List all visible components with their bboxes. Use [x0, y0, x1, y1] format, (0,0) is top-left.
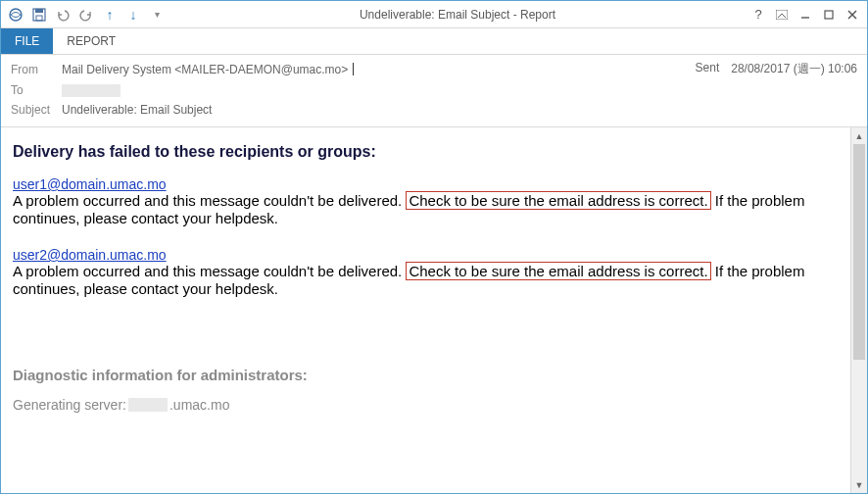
- generating-server-redacted: [128, 398, 168, 412]
- ribbon-display-options-icon[interactable]: [771, 5, 793, 25]
- recipient-email-link[interactable]: user1@domain.umac.mo: [13, 176, 167, 192]
- titlebar: ↑ ↓ ▾ Undeliverable: Email Subject - Rep…: [1, 1, 867, 28]
- previous-item-icon[interactable]: ↑: [101, 6, 119, 24]
- maximize-button[interactable]: [818, 5, 840, 25]
- recipient-email-link[interactable]: user2@domain.umac.mo: [13, 247, 167, 263]
- tab-report[interactable]: REPORT: [53, 28, 129, 54]
- svg-point-0: [10, 9, 22, 21]
- generating-server-line: Generating server: .umac.mo: [13, 397, 839, 413]
- scrollbar-thumb[interactable]: [853, 144, 865, 360]
- svg-rect-4: [776, 10, 788, 20]
- close-button[interactable]: [842, 5, 863, 25]
- message-headers: From Mail Delivery System <MAILER-DAEMON…: [1, 55, 867, 126]
- recipient-block: user2@domain.umac.mo A problem occurred …: [13, 247, 839, 298]
- qat-customize-icon[interactable]: ▾: [148, 6, 166, 24]
- app-icon: [7, 6, 24, 24]
- window-controls: ?: [744, 5, 867, 25]
- header-row-from: From Mail Delivery System <MAILER-DAEMON…: [11, 61, 857, 77]
- ribbon-tabs: FILE REPORT: [1, 28, 867, 55]
- error-paragraph: A problem occurred and this message coul…: [13, 192, 839, 227]
- recipient-block: user1@domain.umac.mo A problem occurred …: [13, 176, 839, 227]
- redo-icon[interactable]: [77, 6, 95, 24]
- quick-access-toolbar: ↑ ↓ ▾: [1, 6, 171, 24]
- minimize-button[interactable]: [795, 5, 816, 25]
- sent-label: Sent: [696, 61, 720, 77]
- window-title: Undeliverable: Email Subject - Report: [171, 8, 744, 22]
- svg-rect-2: [35, 9, 43, 13]
- subject-label: Subject: [11, 103, 58, 117]
- sent-block: Sent 28/08/2017 (週一) 10:06: [696, 61, 857, 77]
- scrollbar-track[interactable]: [851, 144, 867, 476]
- help-icon[interactable]: ?: [747, 5, 769, 25]
- from-label: From: [11, 63, 58, 76]
- generating-server-label: Generating server:: [13, 397, 126, 413]
- next-item-icon[interactable]: ↓: [124, 6, 142, 24]
- scroll-up-icon[interactable]: ▲: [851, 127, 867, 144]
- diagnostic-heading: Diagnostic information for administrator…: [13, 367, 839, 383]
- svg-rect-6: [825, 11, 833, 19]
- highlighted-instruction: Check to be sure the email address is co…: [406, 262, 710, 280]
- vertical-scrollbar[interactable]: ▲ ▼: [850, 127, 867, 493]
- header-row-subject: Subject Undeliverable: Email Subject: [11, 103, 857, 117]
- outlook-message-window: ↑ ↓ ▾ Undeliverable: Email Subject - Rep…: [0, 0, 868, 494]
- undo-icon[interactable]: [54, 6, 72, 24]
- highlighted-instruction: Check to be sure the email address is co…: [406, 191, 710, 210]
- scroll-down-icon[interactable]: ▼: [851, 476, 867, 493]
- error-text-before: A problem occurred and this message coul…: [13, 263, 406, 279]
- generating-server-suffix: .umac.mo: [169, 397, 229, 413]
- subject-value: Undeliverable: Email Subject: [62, 103, 212, 117]
- tab-file[interactable]: FILE: [1, 28, 53, 54]
- error-paragraph: A problem occurred and this message coul…: [13, 263, 839, 298]
- text-cursor: [353, 63, 354, 75]
- to-label: To: [11, 83, 58, 97]
- message-body-area: Delivery has failed to these recipients …: [1, 126, 867, 493]
- delivery-failed-heading: Delivery has failed to these recipients …: [13, 143, 839, 161]
- save-icon[interactable]: [30, 6, 48, 24]
- svg-rect-3: [36, 16, 42, 21]
- error-text-before: A problem occurred and this message coul…: [13, 192, 406, 209]
- to-value-redacted: [62, 84, 121, 97]
- header-row-to: To: [11, 83, 857, 97]
- sent-value: 28/08/2017 (週一) 10:06: [731, 61, 857, 77]
- message-body: Delivery has failed to these recipients …: [1, 127, 850, 493]
- from-value: Mail Delivery System <MAILER-DAEMON@umac…: [62, 63, 348, 76]
